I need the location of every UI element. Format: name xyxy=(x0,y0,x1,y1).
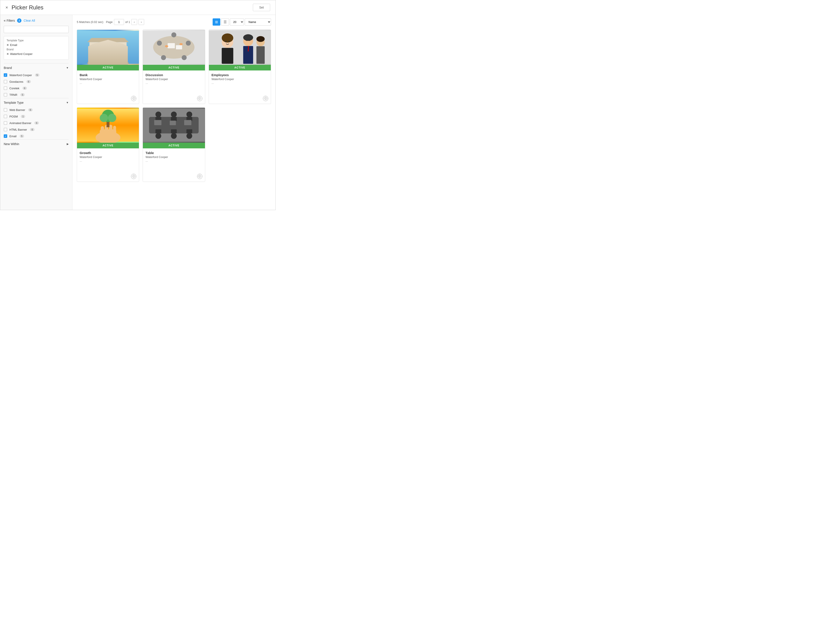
type-posm-checkbox[interactable] xyxy=(4,114,7,118)
template-type-section-arrow: ▼ xyxy=(66,101,69,104)
list-view-button[interactable]: ☰ xyxy=(221,18,229,25)
modal-header: × Picker Rules Set xyxy=(0,0,275,15)
card-discussion-status: ACTIVE xyxy=(143,65,205,70)
sidebar: « Filters 2 Clear All Template Type ✕ Em… xyxy=(0,15,72,210)
type-email-checkbox[interactable] xyxy=(4,134,7,138)
brand-waterford-label: Waterford Cooper xyxy=(10,73,32,77)
prev-page-button[interactable]: ‹ xyxy=(131,19,137,25)
svg-rect-8 xyxy=(88,60,127,62)
active-filter-template-type-value: Email xyxy=(10,43,17,47)
card-employees[interactable]: ACTIVE Employees Waterford Cooper ... ⓘ xyxy=(209,30,271,104)
card-discussion-image xyxy=(143,30,205,65)
card-growth-status: ACTIVE xyxy=(77,143,139,148)
card-bank-status: ACTIVE xyxy=(77,65,139,70)
card-table-brand: Waterford Cooper xyxy=(146,155,202,159)
card-bank-title: Bank xyxy=(79,73,136,77)
brand-coretek-item[interactable]: Coretek 6 xyxy=(4,85,69,91)
set-button[interactable]: Set xyxy=(253,4,270,11)
svg-rect-41 xyxy=(109,125,112,132)
card-bank-body: Bank Waterford Cooper ... xyxy=(77,70,139,104)
brand-waterford-checkbox[interactable] xyxy=(4,73,7,77)
active-filter-brand-value: Waterford Cooper xyxy=(10,52,33,56)
card-table[interactable]: ACTIVE Table Waterford Cooper ... ⓘ xyxy=(143,107,205,182)
svg-rect-61 xyxy=(154,120,162,125)
list-view-icon: ☰ xyxy=(224,20,227,24)
grid-view-icon: ⊞ xyxy=(215,20,218,24)
type-web-banner-label: Web Banner xyxy=(10,108,25,111)
brand-trnr-count: 5 xyxy=(20,93,25,96)
type-web-banner-checkbox[interactable] xyxy=(4,108,7,111)
close-icon[interactable]: × xyxy=(5,5,8,10)
svg-rect-52 xyxy=(171,117,177,121)
svg-rect-63 xyxy=(184,120,191,125)
sort-select[interactable]: Name Date Status xyxy=(245,18,271,25)
svg-rect-60 xyxy=(187,129,192,134)
filters-back-button[interactable]: « Filters xyxy=(4,19,15,22)
grid-view-button[interactable]: ⊞ xyxy=(213,18,220,25)
search-input[interactable] xyxy=(4,26,69,33)
card-table-title: Table xyxy=(146,151,202,155)
template-type-section-header[interactable]: Template Type ▼ xyxy=(4,98,69,106)
card-employees-title: Employees xyxy=(211,73,268,77)
type-html-banner-item[interactable]: HTML Banner 6 xyxy=(4,126,69,133)
svg-point-55 xyxy=(156,133,161,139)
type-posm-label: POSM xyxy=(10,115,18,118)
brand-trnr-item[interactable]: TRNR 5 xyxy=(4,91,69,98)
template-type-section-label: Template Type xyxy=(4,101,24,104)
remove-brand-icon[interactable]: ✕ xyxy=(6,52,9,56)
card-table-info-icon[interactable]: ⓘ xyxy=(197,174,202,179)
filters-header: « Filters 2 Clear All xyxy=(4,18,69,23)
modal-title-area: × Picker Rules xyxy=(5,4,43,11)
brand-waterford-count: 5 xyxy=(35,73,40,76)
card-discussion-info-icon[interactable]: ⓘ xyxy=(197,96,202,101)
svg-point-16 xyxy=(182,55,187,60)
main-content: 5 Matches (0.02 sec) Page of 1 ‹ › ⊞ ☰ xyxy=(72,15,275,210)
card-bank-dots: ... xyxy=(79,81,136,84)
svg-rect-56 xyxy=(156,129,161,134)
active-filter-brand: ✕ Waterford Cooper xyxy=(6,52,66,56)
page-label: Page xyxy=(106,21,113,24)
type-web-banner-item[interactable]: Web Banner 6 xyxy=(4,106,69,113)
modal-title: Picker Rules xyxy=(11,4,43,11)
type-animated-banner-item[interactable]: Animated Banner 6 xyxy=(4,120,69,126)
svg-point-12 xyxy=(171,32,176,37)
svg-rect-42 xyxy=(113,126,116,132)
type-posm-item[interactable]: POSM 1 xyxy=(4,113,69,120)
brand-goodacres-checkbox[interactable] xyxy=(4,80,7,83)
svg-point-20 xyxy=(179,43,183,45)
brand-goodacres-item[interactable]: Goodacres 6 xyxy=(4,78,69,85)
card-bank[interactable]: ACTIVE Bank Waterford Cooper ... ⓘ xyxy=(77,30,139,104)
next-page-button[interactable]: › xyxy=(138,19,144,25)
brand-coretek-label: Coretek xyxy=(10,87,19,90)
type-html-banner-checkbox[interactable] xyxy=(4,128,7,131)
per-page-select[interactable]: 20 50 100 xyxy=(230,18,244,25)
type-email-label: Email xyxy=(10,135,17,138)
svg-point-31 xyxy=(246,40,247,41)
brand-waterford-item[interactable]: Waterford Cooper 5 xyxy=(4,72,69,78)
card-discussion-body: Discussion Waterford Cooper ... xyxy=(143,70,205,104)
card-discussion[interactable]: ACTIVE Discussion Waterford Cooper ... ⓘ xyxy=(143,30,205,104)
brand-section-header[interactable]: Brand ▼ xyxy=(4,63,69,72)
type-animated-banner-checkbox[interactable] xyxy=(4,121,7,125)
brand-coretek-checkbox[interactable] xyxy=(4,86,7,90)
brand-filter-section: Brand ▼ Waterford Cooper 5 Goodacres 6 C… xyxy=(4,63,69,98)
card-table-body: Table Waterford Cooper ... xyxy=(143,148,205,182)
card-employees-dots: ... xyxy=(211,81,268,84)
card-employees-info-icon[interactable]: ⓘ xyxy=(263,96,268,101)
page-input[interactable] xyxy=(114,19,124,25)
brand-trnr-checkbox[interactable] xyxy=(4,93,7,97)
card-growth[interactable]: ACTIVE Growth Waterford Cooper ... ⓘ xyxy=(77,107,139,182)
remove-template-type-icon[interactable]: ✕ xyxy=(6,43,9,47)
svg-point-26 xyxy=(229,41,230,42)
svg-rect-4 xyxy=(105,44,108,61)
card-discussion-dots: ... xyxy=(146,81,202,84)
svg-point-32 xyxy=(249,40,250,41)
modal-body: « Filters 2 Clear All Template Type ✕ Em… xyxy=(0,15,275,210)
svg-point-59 xyxy=(187,133,192,139)
clear-all-button[interactable]: Clear All xyxy=(24,19,35,22)
card-growth-dots: ... xyxy=(79,159,136,162)
new-within-section-header[interactable]: New Within ▶ xyxy=(4,139,69,148)
svg-marker-7 xyxy=(87,38,129,42)
type-email-item[interactable]: Email 5 xyxy=(4,133,69,139)
card-discussion-title: Discussion xyxy=(146,73,202,77)
